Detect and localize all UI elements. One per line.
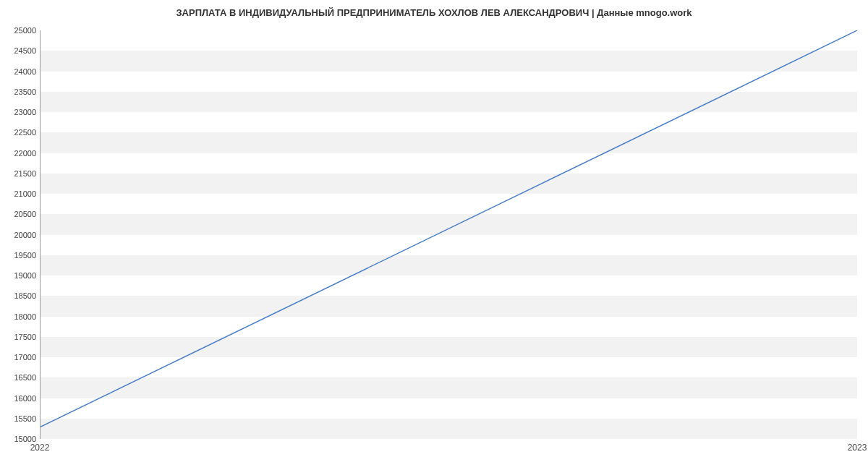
grid-band: [41, 92, 857, 112]
grid-band: [41, 377, 857, 398]
y-tick-label: 20500: [4, 210, 36, 218]
grid-band: [41, 419, 857, 439]
y-tick-label: 22500: [4, 128, 36, 137]
y-tick-label: 18500: [4, 291, 36, 300]
y-tick-label: 17000: [4, 353, 36, 362]
y-tick-label: 24000: [4, 67, 36, 76]
x-tick-label: 2022: [30, 443, 50, 453]
y-tick-label: 16000: [4, 394, 36, 403]
grid-band: [41, 296, 857, 316]
x-tick-label: 2023: [848, 443, 867, 453]
grid-band: [41, 337, 857, 357]
y-tick-label: 20000: [4, 231, 36, 239]
y-tick-label: 16500: [4, 373, 36, 382]
y-tick-label: 25000: [4, 26, 36, 35]
grid-band: [41, 255, 857, 275]
y-tick-label: 19500: [4, 251, 36, 260]
y-tick-label: 21000: [4, 189, 36, 198]
y-tick-label: 15500: [4, 414, 36, 423]
y-tick-label: 18000: [4, 312, 36, 321]
y-tick-label: 21500: [4, 169, 36, 178]
plot-area: [40, 30, 857, 439]
y-tick-label: 23000: [4, 108, 36, 116]
grid-band: [41, 214, 857, 234]
grid-band: [41, 132, 857, 153]
y-tick-label: 17500: [4, 333, 36, 341]
grid-band: [41, 174, 857, 194]
y-tick-label: 24500: [4, 46, 36, 55]
grid-band: [41, 51, 857, 71]
y-tick-label: 23500: [4, 87, 36, 96]
y-tick-label: 19000: [4, 271, 36, 280]
chart-title: ЗАРПЛАТА В ИНДИВИДУАЛЬНЫЙ ПРЕДПРИНИМАТЕЛ…: [0, 7, 868, 18]
y-tick-label: 22000: [4, 149, 36, 158]
